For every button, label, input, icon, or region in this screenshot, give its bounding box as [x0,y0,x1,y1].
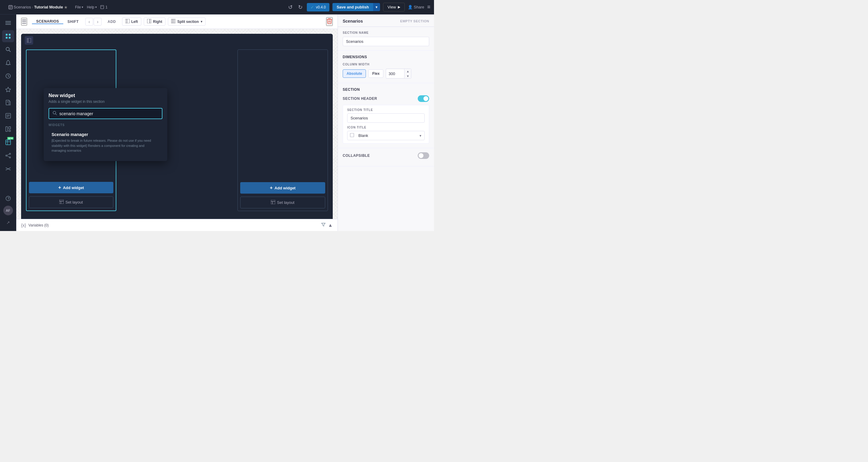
widget-column-right: + Add widget Set layout [238,50,328,211]
variables-actions: ▲ [321,223,333,228]
sidebar-item-notifications[interactable] [2,57,14,69]
add-widget-button-left[interactable]: + Add widget [29,182,113,193]
toolbar-left-button[interactable]: Left [122,18,141,26]
pages-icon [100,5,104,9]
sidebar-item-history[interactable] [2,70,14,82]
layout-icon-left [59,200,64,205]
section-top-bar [21,34,333,47]
set-layout-label-right: Set layout [277,200,294,205]
toolbar-hamburger[interactable]: ☰ [21,18,27,26]
view-button[interactable]: View ▶ [383,3,405,11]
toolbar-right-button[interactable]: Right [144,18,166,26]
save-publish-button[interactable]: Save and publish [333,3,373,11]
canvas-area[interactable]: New widget Adds a single widget in this … [16,29,338,231]
svg-rect-52 [271,200,275,204]
sidebar-item-widgets[interactable] [2,136,14,148]
search-input[interactable] [59,111,158,116]
svg-line-34 [7,154,9,155]
right-panel-subtitle: EMPTY SECTION [400,19,429,23]
sidebar-item-transform[interactable] [2,163,14,175]
tab-scenarios[interactable]: SCENARIOS [32,19,63,24]
external-link-icon[interactable]: ↗ [2,216,14,229]
add-widget-label-right: Add widget [275,186,296,190]
section-type-icon [25,36,33,45]
svg-point-31 [6,155,7,156]
file-chevron: ▾ [82,5,83,9]
svg-point-33 [9,157,10,158]
svg-rect-11 [6,37,7,38]
col-width-up[interactable]: ▲ [404,69,411,74]
scenarios-icon [8,5,13,9]
overflow-menu-button[interactable]: ≡ [427,4,430,10]
share-button[interactable]: 👤 Share [408,5,424,9]
select-arrow-icon: ▾ [416,134,424,138]
svg-marker-17 [5,87,10,92]
section-header-toggle[interactable] [418,95,429,102]
sidebar-item-connections[interactable] [2,150,14,162]
sidebar-item-search[interactable] [2,44,14,56]
left-label: Left [131,20,138,24]
toolbar-delete-button[interactable] [326,17,333,26]
set-layout-button-left[interactable]: Set layout [29,196,113,208]
col-width-spinners: ▲ ▼ [404,69,411,79]
col-width-row: Absolute Flex ▲ ▼ [343,68,429,79]
toolbar-add-label: ADD [104,20,120,24]
redo-button[interactable]: ↻ [297,3,304,12]
icon-title-label: ICON TITLE [347,126,425,129]
version-button[interactable]: ✓ v0.4.0 [307,3,330,11]
user-avatar[interactable]: AF [3,206,13,215]
sidebar-hamburger[interactable] [2,17,14,29]
breadcrumb-sep: › [32,5,33,9]
section-name-panel: SECTION NAME [338,27,434,51]
svg-point-32 [9,153,10,154]
toolbar-next[interactable]: › [94,18,101,26]
svg-rect-42 [171,19,176,23]
scenario-manager-result[interactable]: Scenario manager [Expected to break in f… [49,129,162,156]
sidebar-item-dashboard[interactable] [2,30,14,42]
toolbar: ☰ SCENARIOS SHIFT ‹ › ADD Left Right [16,15,338,29]
popup-search-box[interactable] [49,108,162,119]
version-label: v0.4.0 [316,5,326,9]
add-widget-label-left: Add widget [63,185,84,190]
icon-title-select[interactable]: Blank [356,131,416,140]
save-publish-dropdown[interactable]: ▾ [373,3,380,11]
absolute-button[interactable]: Absolute [343,69,366,78]
toolbar-prev[interactable]: ‹ [85,18,93,26]
set-layout-button-right[interactable]: Set layout [240,197,325,208]
main-content: ☰ SCENARIOS SHIFT ‹ › ADD Left Right [16,15,338,231]
toolbar-split-button[interactable]: Split section ▾ [168,18,205,26]
sidebar-item-favorites[interactable] [2,83,14,95]
right-panel: Scenarios EMPTY SECTION SECTION NAME DIM… [338,15,434,231]
svg-rect-49 [59,200,64,204]
col-width-input[interactable] [386,70,404,78]
svg-rect-18 [6,100,9,105]
help-menu[interactable]: Help ▾ [87,5,97,9]
new-widget-popup: New widget Adds a single widget in this … [44,88,167,161]
file-menu[interactable]: File ▾ [75,5,83,9]
variables-filter-button[interactable] [321,223,326,228]
section-name-input[interactable] [343,37,429,46]
add-widget-button-right[interactable]: + Add widget [240,182,325,194]
breadcrumb-current[interactable]: Tutorial Module [34,5,63,9]
section-header-sub: SECTION TITLE ICON TITLE Blank ▾ [343,105,429,144]
icon-title-select-wrap[interactable]: Blank ▾ [347,131,425,140]
plus-icon: + [58,185,61,190]
col-width-down[interactable]: ▼ [404,74,411,79]
breadcrumb-parent[interactable]: Scenarios [13,5,31,9]
col-width-label: COLUMN WIDTH [343,63,429,66]
star-icon[interactable]: ★ [64,5,68,10]
sidebar-item-files[interactable] [2,96,14,109]
tab-shift[interactable]: SHIFT [63,20,83,24]
collapsible-toggle[interactable] [418,152,429,159]
sidebar-item-builder[interactable] [2,123,14,135]
variables-collapse-button[interactable]: ▲ [328,223,333,228]
svg-text:?: ? [7,197,9,200]
section-card: New widget Adds a single widget in this … [21,34,333,221]
undo-button[interactable]: ↺ [287,3,294,12]
svg-rect-4 [101,5,104,9]
section-title-input[interactable] [347,113,425,123]
sidebar-item-tasks[interactable] [2,110,14,122]
sidebar-item-help[interactable]: ? [2,193,14,204]
top-bar: Scenarios › Tutorial Module ★ File ▾ Hel… [0,0,434,15]
flex-button[interactable]: Flex [368,69,383,78]
